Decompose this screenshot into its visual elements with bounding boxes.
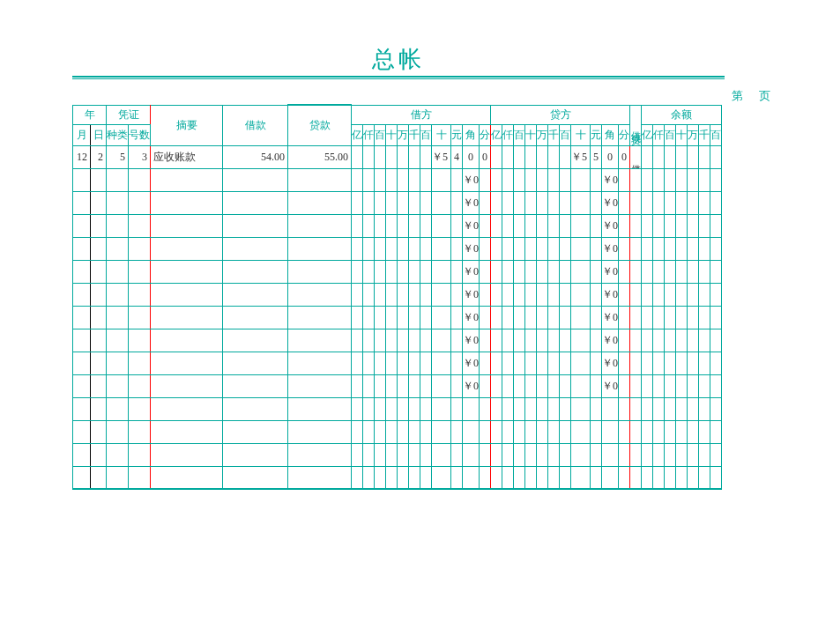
cell-dq xyxy=(480,214,491,237)
cell-dq xyxy=(451,329,463,352)
cell-cq xyxy=(491,191,502,214)
cell-bal xyxy=(665,420,676,443)
hdr-cq-10: 分 xyxy=(619,124,630,145)
cell-month xyxy=(73,283,91,306)
hdr-dq-6: 百 xyxy=(420,124,432,145)
cell-month xyxy=(73,374,91,397)
cell-cq xyxy=(560,191,571,214)
cell-dq xyxy=(451,260,463,283)
cell-dq xyxy=(463,466,480,489)
cell-dq xyxy=(398,145,409,168)
cell-cq xyxy=(537,443,548,466)
cell-cq xyxy=(502,420,514,443)
cell-dq xyxy=(432,214,451,237)
cell-dq xyxy=(398,214,409,237)
cell-cq xyxy=(591,237,602,260)
cell-bal xyxy=(653,306,665,329)
cell-cq xyxy=(619,283,630,306)
cell-day xyxy=(91,329,107,352)
cell-bal xyxy=(642,168,653,191)
cell-bal xyxy=(699,214,710,237)
cell-dq xyxy=(451,237,463,260)
cell-bal xyxy=(665,145,676,168)
cell-day xyxy=(91,260,107,283)
cell-flag: 借贷 xyxy=(630,145,642,168)
cell-cq xyxy=(560,168,571,191)
hdr-dq-5: 千 xyxy=(409,124,420,145)
cell-cq xyxy=(537,306,548,329)
cell-kind: 5 xyxy=(107,145,129,168)
cell-dq xyxy=(420,191,432,214)
cell-cq xyxy=(514,191,525,214)
hdr-bal-6: 百 xyxy=(710,124,722,145)
cell-month xyxy=(73,466,91,489)
cell-dq xyxy=(420,260,432,283)
cell-cq: ￥0 xyxy=(602,260,619,283)
hdr-dq-2: 百 xyxy=(375,124,386,145)
cell-day xyxy=(91,466,107,489)
cell-cq: ￥0 xyxy=(602,352,619,374)
cell-cq xyxy=(571,443,591,466)
cell-dq xyxy=(432,191,451,214)
cell-bal xyxy=(699,283,710,306)
cell-dq xyxy=(386,283,398,306)
cell-kind xyxy=(107,214,129,237)
cell-kind xyxy=(107,443,129,466)
cell-cq xyxy=(491,283,502,306)
cell-debit xyxy=(223,443,288,466)
cell-cq xyxy=(571,306,591,329)
cell-bal xyxy=(699,168,710,191)
cell-dq xyxy=(451,466,463,489)
cell-dq xyxy=(420,329,432,352)
cell-dq: ￥0 xyxy=(463,283,480,306)
cell-dq xyxy=(352,374,363,397)
cell-dq: ￥0 xyxy=(463,214,480,237)
cell-cq xyxy=(548,374,560,397)
cell-cq xyxy=(514,306,525,329)
cell-cq xyxy=(619,306,630,329)
cell-cq xyxy=(548,466,560,489)
cell-cq xyxy=(514,397,525,420)
cell-dq xyxy=(398,420,409,443)
cell-dq xyxy=(375,168,386,191)
cell-dq: 0 xyxy=(480,145,491,168)
cell-cq xyxy=(591,443,602,466)
cell-dq xyxy=(409,306,420,329)
cell-cq xyxy=(548,214,560,237)
cell-cq xyxy=(619,191,630,214)
cell-bal xyxy=(710,191,722,214)
cell-dq xyxy=(386,168,398,191)
cell-dq xyxy=(398,443,409,466)
cell-dq xyxy=(409,145,420,168)
cell-num xyxy=(129,374,151,397)
cell-dq xyxy=(386,420,398,443)
hdr-voucher-num: 号数 xyxy=(129,124,151,145)
hdr-dc-flag: 借或贷 xyxy=(630,105,642,145)
cell-bal xyxy=(710,237,722,260)
hdr-day: 日 xyxy=(91,124,107,145)
cell-bal xyxy=(688,397,699,420)
cell-bal xyxy=(653,397,665,420)
cell-dq xyxy=(363,260,375,283)
cell-bal xyxy=(642,443,653,466)
cell-dq xyxy=(352,397,363,420)
cell-cq xyxy=(514,283,525,306)
page-number-label: 第页 xyxy=(732,88,786,104)
cell-bal xyxy=(642,214,653,237)
cell-dq xyxy=(363,443,375,466)
cell-bal xyxy=(676,352,688,374)
cell-dq xyxy=(363,283,375,306)
cell-cq xyxy=(591,214,602,237)
cell-dq xyxy=(432,306,451,329)
cell-cq xyxy=(525,214,537,237)
cell-cq xyxy=(571,191,591,214)
cell-dq xyxy=(480,374,491,397)
cell-cq xyxy=(525,237,537,260)
cell-cq xyxy=(560,374,571,397)
cell-cq xyxy=(560,145,571,168)
cell-summary xyxy=(151,237,223,260)
cell-dq xyxy=(363,145,375,168)
cell-cq xyxy=(537,168,548,191)
cell-bal xyxy=(699,145,710,168)
cell-dq xyxy=(352,145,363,168)
